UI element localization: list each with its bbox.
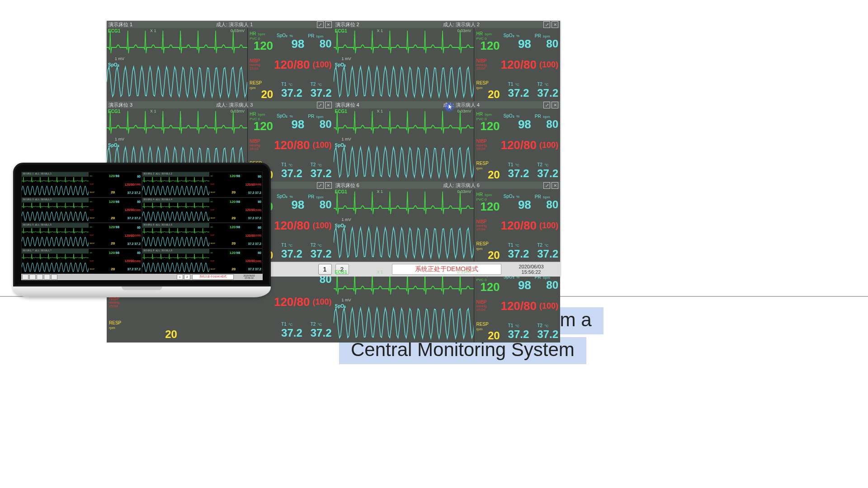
ecg-amp: 1 mV [342,137,351,141]
mini-page-2[interactable]: 2 [184,274,190,280]
ecg-gain: X 1 [377,270,383,274]
mini-bed-header: 演示床位 4 成人: 演示病人 4 [143,198,172,201]
mini-bed-panel[interactable]: 演示床位 2 成人: 演示病人 2 HR120 9880 NIBP120/80 … [142,172,263,197]
ecg-gain: X 1 [377,189,383,194]
bed-panel[interactable]: 演示床位 6 成人: 演示病人 6 ⤢ ✕ ECG1 X 1 0.03mV 1 … [334,182,561,262]
expand-icon[interactable]: ⤢ [543,102,550,108]
vital-hr: HR bpm PVC 0 120 [248,28,275,52]
bed-panel[interactable]: 演示床位 2 成人: 演示病人 2 ⤢ ✕ ECG1 X 1 0.03mV 1 … [334,21,561,101]
close-icon[interactable]: ✕ [552,182,558,189]
bed-label: 演示床位 2 [335,21,381,28]
vital-hr: HR bpm PVC 0 120 [248,108,275,133]
mini-bed-header: 演示床位 6 成人: 演示病人 6 [143,223,172,226]
bed-header: 演示床位 1 成人: 演示病人 1 ⤢ ✕ [107,21,334,28]
mini-bed-header: 演示床位 7 成人: 演示病人 7 [23,249,52,252]
patient-label: 成人: 演示病人 3 [216,102,253,108]
mini-bed-panel[interactable]: 演示床位 5 成人: 演示病人 5 HR120 9880 NIBP120/80 … [21,223,142,249]
mini-bed-header: 演示床位 8 成人: 演示病人 8 [143,249,172,252]
close-icon[interactable]: ✕ [552,21,558,28]
close-icon[interactable]: ✕ [325,21,332,28]
vital-temp: T1 °C37.2 T2 °C37.2 [275,157,333,182]
expand-icon[interactable]: ⤢ [543,182,550,189]
patient-label: 成人: 演示病人 6 [443,182,480,189]
mini-clock: 2020/06/03 15:56:22 [236,275,263,279]
vital-spo2: SpO₂ % 98 [502,108,533,133]
spo2-wave-label: SpO₂ [335,223,346,228]
clock-date: 2020/06/03 [519,264,543,269]
vital-temp: T1 °C37.2 T2 °C37.2 [275,77,333,101]
ecg-label: ECG1 [108,109,120,114]
spo2-wave-label: SpO₂ [108,143,119,148]
vitals-grid: HR bpm PVC 0 120 SpO₂ % 98 PR bpm 80 NIB… [474,189,560,262]
mini-toolbar-button[interactable] [44,274,50,280]
expand-icon[interactable]: ⤢ [317,182,324,189]
waveform-area: ECG1 X 1 0.03mV 1 mV SpO₂ [334,108,475,182]
expand-icon[interactable]: ⤢ [317,21,324,28]
mini-bed-panel[interactable]: 演示床位 1 成人: 演示病人 1 HR120 9880 NIBP120/80 … [21,172,142,197]
patient-label: 成人: 演示病人 4 [443,102,480,108]
mini-waveform: 演示床位 4 成人: 演示病人 4 [142,198,209,223]
waveform-area: ECG1 X 1 0.03mV 1 mV SpO₂ [107,28,248,101]
mini-vitals: HR120 9880 NIBP120/80 (100) RESP20 37.2 … [209,172,262,197]
mini-vitals: HR120 9880 NIBP120/80 (100) RESP20 37.2 … [209,223,262,248]
mini-bed-header: 演示床位 5 成人: 演示病人 5 [23,223,52,226]
bed-label: 演示床位 4 [335,102,381,108]
waveform-area: ECG1 X 1 0.03mV 1 mV SpO₂ [334,189,475,262]
mini-bed-panel[interactable]: 演示床位 4 成人: 演示病人 4 HR120 9880 NIBP120/80 … [142,197,263,223]
mini-bed-panel[interactable]: 演示床位 6 成人: 演示病人 6 HR120 9880 NIBP120/80 … [142,223,263,249]
ecg-amp: 1 mV [342,298,351,302]
mini-page-1[interactable]: 1 [177,274,183,280]
ecg-bias: 0.03mV [457,270,471,274]
vital-resp: RESP rpm 20 [474,238,501,262]
vital-pr: PR bpm 80 [533,189,560,213]
bed-label: 演示床位 6 [335,182,381,189]
demo-mode-banner: 系统正处于DEMO模式 [392,264,501,275]
mini-toolbar-button[interactable] [22,274,28,280]
bed-header: 演示床位 6 成人: 演示病人 6 ⤢ ✕ [334,182,561,189]
bed-header: 演示床位 4 成人: 演示病人 4 ⤢ ✕ [334,101,561,108]
mini-waveform: 演示床位 5 成人: 演示病人 5 [22,223,89,248]
close-icon[interactable]: ✕ [325,102,332,108]
vital-pr: PR bpm 80 [306,28,333,52]
bed-panel[interactable]: 演示床位 4 成人: 演示病人 4 ⤢ ✕ ECG1 X 1 0.03mV 1 … [334,101,561,182]
ecg-amp: 1 mV [342,217,351,222]
mini-waveform: 演示床位 6 成人: 演示病人 6 [142,223,209,248]
ecg-bias: 0.03mV [457,189,471,194]
expand-icon[interactable]: ⤢ [543,21,550,28]
mini-waveform: 演示床位 2 成人: 演示病人 2 [142,172,209,197]
vital-resp: RESP rpm 20 [107,316,179,343]
mini-bed-panel[interactable]: 演示床位 7 成人: 演示病人 7 HR120 9880 NIBP120/80 … [21,249,142,274]
vital-temp: T1 °C37.2 T2 °C37.2 [502,77,560,101]
ecg-label: ECG1 [335,270,347,275]
mini-toolbar-button[interactable] [37,274,43,280]
mini-vitals: HR120 9880 NIBP120/80 (100) RESP20 37.2 … [89,172,142,197]
close-icon[interactable]: ✕ [552,102,558,108]
bed-header: 演示床位 3 成人: 演示病人 3 ⤢ ✕ [107,101,334,108]
page-button-1[interactable]: 1 [318,264,332,275]
expand-icon[interactable]: ⤢ [317,102,324,108]
vital-nibp: NIBPmmHg15:04 120/80 (100) [474,213,560,238]
vital-pr: PR bpm 80 [306,189,333,213]
close-icon[interactable]: ✕ [325,182,332,189]
spo2-wave-label: SpO₂ [335,304,346,309]
bed-panel[interactable]: 演示床位 1 成人: 演示病人 1 ⤢ ✕ ECG1 X 1 0.03mV 1 … [107,21,334,101]
vital-resp: RESP rpm 20 [474,318,501,343]
mini-footer: 1 2 系统正处于DEMO模式 2020/06/03 15:56:22 [21,274,263,280]
mini-bed-panel[interactable]: 演示床位 3 成人: 演示病人 3 HR120 9880 NIBP120/80 … [21,197,142,223]
mini-toolbar-button[interactable] [29,274,36,280]
vital-spo2: SpO₂ % 98 [502,28,533,52]
mini-toolbar-button[interactable] [51,274,57,280]
patient-label: 成人: 演示病人 2 [443,21,480,28]
ecg-bias: 0.03mV [457,109,471,113]
ecg-gain: X 1 [377,28,383,33]
mini-waveform: 演示床位 7 成人: 演示病人 7 [22,249,89,274]
mini-bed-panel[interactable]: 演示床位 8 成人: 演示病人 8 HR120 9880 NIBP120/80 … [142,249,263,274]
vital-nibp: NIBPmmHg15:01 120/80 (100) [248,52,334,77]
mini-waveform: 演示床位 3 成人: 演示病人 3 [22,198,89,223]
vital-resp: RESP rpm 20 [474,157,501,182]
vital-temp: T1 °C37.2 T2 °C37.2 [275,238,333,262]
mini-waveform: 演示床位 8 成人: 演示病人 8 [142,249,209,274]
vital-pr: PR bpm 80 [533,28,560,52]
vital-spo2: SpO₂ % 98 [275,189,306,213]
vital-nibp: NIBPmmHg15:04 120/80 (100) [474,133,560,157]
